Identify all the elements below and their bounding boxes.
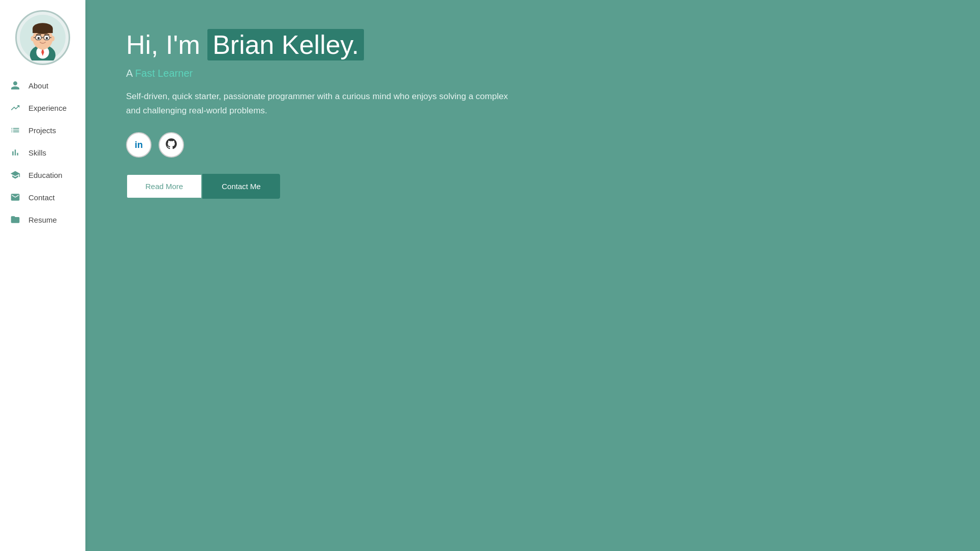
hero-subtitle: A Fast Learner <box>126 68 939 79</box>
sidebar: About Experience Projects Skills Educati… <box>0 0 85 551</box>
sidebar-item-skills-label: Skills <box>28 148 46 157</box>
contact-button[interactable]: Contact Me <box>202 174 280 199</box>
sidebar-item-skills[interactable]: Skills <box>0 141 77 164</box>
sidebar-item-education-label: Education <box>28 171 63 179</box>
svg-rect-7 <box>33 28 53 33</box>
sidebar-item-contact-label: Contact <box>28 193 55 202</box>
social-icons: in <box>126 132 939 158</box>
sidebar-item-projects-label: Projects <box>28 126 56 135</box>
sidebar-item-education[interactable]: Education <box>0 164 77 186</box>
svg-point-18 <box>46 37 48 40</box>
avatar <box>15 10 70 65</box>
read-more-button[interactable]: Read More <box>126 174 202 199</box>
svg-point-9 <box>51 36 54 41</box>
subtitle-prefix: A <box>126 68 135 79</box>
folder-icon <box>10 215 21 225</box>
sidebar-item-resume[interactable]: Resume <box>0 208 77 231</box>
mail-icon <box>10 192 21 202</box>
sidebar-item-experience-label: Experience <box>28 104 67 112</box>
education-icon <box>10 170 21 180</box>
hero-title: Hi, I'm Brian Kelley. <box>126 30 939 59</box>
sidebar-nav: About Experience Projects Skills Educati… <box>0 74 77 231</box>
main-content: Hi, I'm Brian Kelley. A Fast Learner Sel… <box>85 0 980 551</box>
sidebar-item-about-label: About <box>28 81 48 90</box>
sidebar-item-projects[interactable]: Projects <box>0 119 77 141</box>
sidebar-item-experience[interactable]: Experience <box>0 97 77 119</box>
svg-point-8 <box>31 36 35 41</box>
linkedin-icon: in <box>135 140 143 150</box>
subtitle-highlight: Fast Learner <box>135 68 193 79</box>
github-icon <box>165 137 178 153</box>
svg-point-17 <box>38 37 40 40</box>
hero-name: Brian Kelley. <box>207 29 364 60</box>
action-buttons: Read More Contact Me <box>126 174 939 199</box>
bar-chart-icon <box>10 147 21 158</box>
avatar-container <box>0 0 85 74</box>
person-icon <box>10 80 21 90</box>
linkedin-button[interactable]: in <box>126 132 151 158</box>
trending-up-icon <box>10 103 21 113</box>
github-button[interactable] <box>159 132 184 158</box>
sidebar-item-about[interactable]: About <box>0 74 77 97</box>
sidebar-item-contact[interactable]: Contact <box>0 186 77 208</box>
sidebar-item-resume-label: Resume <box>28 216 57 224</box>
list-icon <box>10 125 21 135</box>
hero-description: Self-driven, quick starter, passionate p… <box>126 89 512 118</box>
hero-greeting: Hi, I'm <box>126 30 207 59</box>
